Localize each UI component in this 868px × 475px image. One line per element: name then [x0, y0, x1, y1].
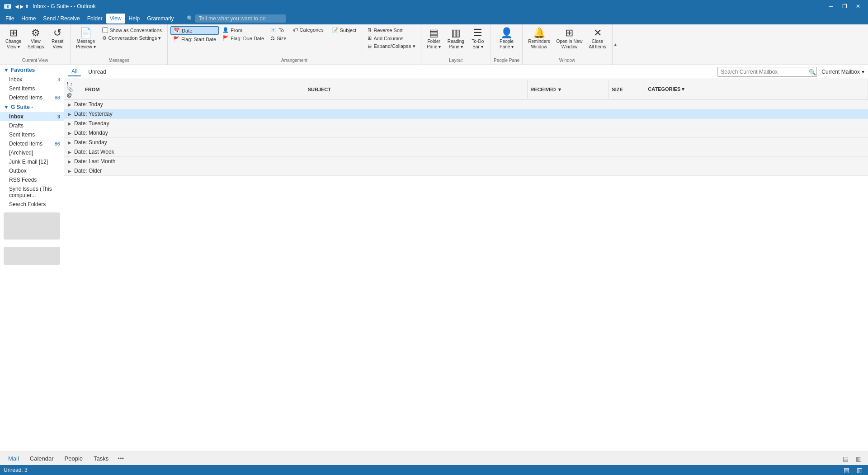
normal-view-icon[interactable]: ▥ [853, 453, 864, 464]
sidebar-item-archived[interactable]: [Archived] [0, 148, 64, 157]
conversation-settings-button[interactable]: ⚙ Conversation Settings ▾ [99, 34, 165, 42]
sidebar-item-junk[interactable]: Junk E-mail [12] [0, 157, 64, 166]
size-icon: ⚖ [270, 35, 275, 41]
sidebar-item-deleted[interactable]: Deleted Items 86 [0, 139, 64, 148]
menu-view[interactable]: View [106, 14, 125, 24]
todo-bar-button[interactable]: ☰ To-DoBar ▾ [468, 26, 488, 52]
group-yesterday[interactable]: ▶ Date: Yesterday [64, 109, 868, 119]
menu-send-receive[interactable]: Send / Receive [39, 14, 83, 24]
compact-view-icon[interactable]: ▤ [840, 453, 851, 464]
reverse-sort-icon: ⇅ [368, 27, 372, 33]
mailbox-dropdown-icon[interactable]: ▾ [862, 69, 864, 75]
outbox-label: Outbox [9, 168, 27, 174]
sidebar-item-favorites-deleted[interactable]: Deleted Items 86 [0, 93, 64, 102]
sidebar-item-sent[interactable]: Sent Items [0, 130, 64, 139]
favorites-section-header[interactable]: ▼ Favorites [0, 65, 64, 75]
group-sunday[interactable]: ▶ Date: Sunday [64, 138, 868, 147]
minimize-button[interactable]: ─ [825, 0, 837, 13]
open-new-window-icon: ⊞ [565, 28, 573, 38]
all-tab[interactable]: All [68, 67, 81, 76]
sidebar-item-search-folders[interactable]: Search Folders [0, 200, 64, 209]
show-conversations-check[interactable] [102, 27, 108, 33]
messages-group-label: Messages [108, 58, 129, 63]
categories-button[interactable]: 🏷 Categories [290, 26, 326, 33]
menu-folder[interactable]: Folder [84, 14, 106, 24]
status-compact-view-btn[interactable]: ▤ [842, 466, 851, 475]
unread-tab[interactable]: Unread [85, 68, 109, 76]
sidebar-item-favorites-sent[interactable]: Sent Items [0, 84, 64, 93]
flag-start-date-button[interactable]: 🚩 Flag: Start Date [170, 35, 219, 43]
view-settings-label: ViewSettings [28, 39, 44, 50]
subject-button[interactable]: 📝 Subject [329, 26, 359, 34]
folder-pane-button[interactable]: ▤ FolderPane ▾ [424, 26, 444, 52]
expand-collapse-button[interactable]: ⊟ Expand/Collapse ▾ [365, 42, 418, 50]
main-toolbar: All Unread 🔍 Current Mailbox ▾ [64, 65, 868, 79]
nav-mail[interactable]: Mail [4, 453, 24, 464]
group-today-chevron: ▶ [68, 102, 71, 107]
close-all-items-button[interactable]: ✕ CloseAll Items [586, 26, 609, 52]
layout-group-label: Layout [449, 58, 462, 63]
current-view-group-label: Current View [22, 58, 48, 63]
group-last-week[interactable]: ▶ Date: Last Week [64, 147, 868, 157]
menu-file[interactable]: File [2, 14, 18, 24]
close-all-label: CloseAll Items [589, 39, 606, 50]
sidebar-item-outbox[interactable]: Outbox [0, 166, 64, 175]
date-button[interactable]: 📅 Date [170, 26, 219, 35]
sync-label: Sync Issues (This computer... [9, 186, 60, 198]
nav-more[interactable]: ••• [115, 453, 127, 464]
sidebar-item-inbox[interactable]: Inbox 3 [0, 112, 64, 121]
view-settings-button[interactable]: ⚙ ViewSettings [25, 26, 47, 52]
archived-label: [Archived] [9, 150, 33, 156]
group-last-week-label: Date: Last Week [74, 149, 114, 155]
nav-calendar[interactable]: Calendar [25, 453, 58, 464]
gsuite-section-header[interactable]: ▼ G Suite - [0, 102, 64, 112]
message-preview-button[interactable]: 📄 MessagePreview ▾ [73, 26, 98, 52]
sidebar-item-sync[interactable]: Sync Issues (This computer... [0, 184, 64, 200]
close-button[interactable]: ✕ [852, 0, 864, 13]
menu-grammarly[interactable]: Grammarly [143, 14, 177, 24]
ribbon-arrangement-group: 📅 Date 🚩 Flag: Start Date 👤 From 🚩 Flag:… [168, 24, 421, 65]
group-tuesday[interactable]: ▶ Date: Tuesday [64, 119, 868, 128]
group-older[interactable]: ▶ Date: Older [64, 166, 868, 176]
header-flags[interactable]: ! ↕ 📎 @ [64, 80, 82, 99]
header-received[interactable]: RECEIVED ▼ [528, 80, 609, 99]
reset-view-button[interactable]: ↺ ResetView [47, 26, 67, 52]
sidebar-item-drafts[interactable]: Drafts [0, 121, 64, 130]
maximize-button[interactable]: ❐ [838, 0, 851, 13]
group-last-month[interactable]: ▶ Date: Last Month [64, 157, 868, 166]
group-sunday-chevron: ▶ [68, 140, 71, 145]
favorites-deleted-count: 86 [55, 95, 60, 100]
group-today[interactable]: ▶ Date: Today [64, 100, 868, 109]
ribbon-expand-button[interactable]: ▲ [612, 24, 618, 65]
ribbon-messages-content: 📄 MessagePreview ▾ Show as Conversations… [73, 26, 165, 57]
change-view-button[interactable]: ⊞ ChangeView ▾ [3, 26, 24, 52]
quick-access-toolbar: ◀ ▶ ⬆ [15, 4, 29, 9]
sidebar-item-rss[interactable]: RSS Feeds [0, 175, 64, 184]
header-subject[interactable]: SUBJECT [305, 80, 528, 99]
open-new-window-button[interactable]: ⊞ Open in NewWindow [554, 26, 585, 52]
add-columns-button[interactable]: ⊞ Add Columns [365, 34, 418, 42]
status-normal-view-btn[interactable]: ▥ [855, 466, 864, 475]
ribbon-layout-group: ▤ FolderPane ▾ ▥ ReadingPane ▾ ☰ To-DoBa… [421, 24, 491, 65]
from-button[interactable]: 👤 From [220, 26, 267, 34]
nav-tasks[interactable]: Tasks [89, 453, 113, 464]
menu-help[interactable]: Help [125, 14, 144, 24]
group-monday[interactable]: ▶ Date: Monday [64, 128, 868, 138]
search-input[interactable] [717, 67, 817, 77]
arrangement-col4: 🏷 Categories [290, 26, 326, 33]
nav-people[interactable]: People [60, 453, 87, 464]
reminders-window-button[interactable]: 🔔 RemindersWindow [525, 26, 552, 52]
reading-pane-button[interactable]: ▥ ReadingPane ▾ [445, 26, 467, 52]
tell-me-input[interactable] [195, 14, 286, 23]
flag-due-date-button[interactable]: 🚩 Flag: Due Date [220, 34, 267, 42]
header-size[interactable]: SIZE [609, 80, 645, 99]
header-categories[interactable]: CATEGORIES ▾ [645, 80, 868, 99]
menu-home[interactable]: Home [18, 14, 39, 24]
show-as-conversations-checkbox[interactable]: Show as Conversations [99, 26, 165, 34]
to-button[interactable]: 📧 To [268, 26, 289, 34]
header-from[interactable]: FROM [82, 80, 305, 99]
sidebar-item-favorites-inbox[interactable]: Inbox 3 [0, 75, 64, 84]
reverse-sort-button[interactable]: ⇅ Reverse Sort [365, 26, 418, 34]
people-pane-button[interactable]: 👤 PeoplePane ▾ [497, 26, 517, 52]
size-button[interactable]: ⚖ Size [268, 34, 289, 42]
